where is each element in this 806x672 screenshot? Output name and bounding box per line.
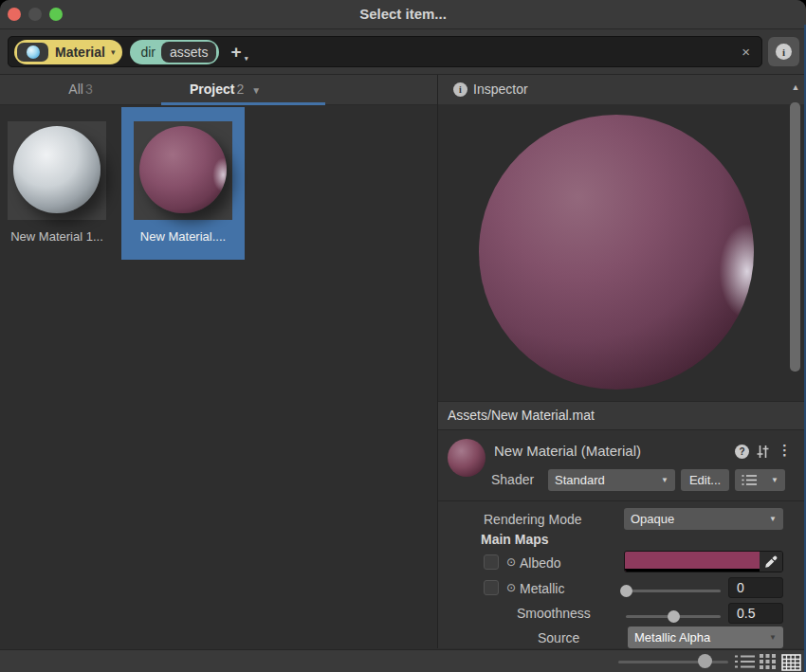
search-toolbar: Material ▾ dir assets + × i bbox=[0, 29, 806, 75]
albedo-color-swatch[interactable] bbox=[625, 552, 760, 572]
chevron-down-icon: ▼ bbox=[661, 476, 669, 484]
search-input[interactable]: Material ▾ dir assets + × bbox=[8, 36, 762, 67]
add-filter-button[interactable]: + bbox=[230, 43, 241, 61]
asset-tile-new-material-1[interactable] bbox=[8, 121, 106, 220]
shader-dropdown[interactable]: Standard ▼ bbox=[548, 469, 675, 491]
inspector-info-icon: i bbox=[453, 82, 467, 97]
metallic-slider-thumb[interactable] bbox=[620, 585, 632, 597]
material-preview-sphere bbox=[479, 115, 754, 390]
albedo-label: Albedo bbox=[520, 555, 561, 571]
filter-dir-chip[interactable]: dir assets bbox=[130, 40, 219, 64]
filter-type-label: Material bbox=[55, 45, 105, 60]
chevron-down-icon: ▼ bbox=[771, 476, 779, 484]
inspector-header: i Inspector bbox=[438, 75, 806, 105]
smoothness-label: Smoothness bbox=[517, 606, 591, 621]
asset-grid: New Material 1... New Material.... bbox=[0, 105, 437, 648]
list-icon bbox=[742, 474, 757, 486]
material-sphere-icon bbox=[27, 45, 40, 59]
material-preview-maroon-sphere bbox=[139, 126, 227, 213]
material-sphere-thumb-icon bbox=[448, 439, 485, 477]
clear-search-icon[interactable]: × bbox=[742, 44, 750, 61]
albedo-color-field[interactable] bbox=[624, 551, 783, 572]
dir-filter-valuebox: assets bbox=[161, 42, 216, 63]
material-type-iconbox bbox=[17, 43, 48, 62]
source-label: Source bbox=[538, 630, 579, 645]
rendering-mode-value: Opaque bbox=[631, 512, 674, 526]
shader-label: Shader bbox=[491, 472, 534, 487]
select-item-window: Select item... Material ▾ dir assets + ×… bbox=[0, 0, 806, 672]
info-icon: i bbox=[776, 44, 792, 60]
tabbar: All3 Project2▼ bbox=[0, 75, 437, 105]
asset-path-bar: Assets/New Material.mat bbox=[438, 402, 806, 430]
help-icon[interactable]: ? bbox=[735, 445, 749, 459]
dir-filter-value: assets bbox=[170, 45, 208, 60]
tab-all[interactable]: All3 bbox=[47, 82, 114, 97]
smoothness-value-field[interactable]: 0.5 bbox=[728, 603, 783, 624]
inspector-title: Inspector bbox=[473, 82, 528, 97]
tab-project-label: Project bbox=[190, 82, 234, 97]
presets-icon[interactable] bbox=[756, 445, 770, 463]
dir-filter-key: dir bbox=[140, 45, 156, 60]
tab-project-count: 2 bbox=[236, 82, 244, 97]
list-view-icon[interactable] bbox=[734, 654, 756, 672]
metallic-target-icon[interactable]: ⊙ bbox=[506, 581, 516, 594]
asset-tile-label-selected: New Material.... bbox=[121, 229, 245, 244]
thumbnail-size-slider-thumb[interactable] bbox=[698, 654, 712, 668]
scrollbar-thumb[interactable] bbox=[790, 102, 800, 372]
metallic-value-field[interactable]: 0 bbox=[728, 577, 783, 598]
metallic-texture-checkbox[interactable] bbox=[484, 580, 499, 595]
main-maps-heading: Main Maps bbox=[481, 532, 549, 547]
metallic-slider[interactable] bbox=[626, 590, 721, 592]
window-title: Select item... bbox=[0, 6, 806, 22]
eyedropper-icon[interactable] bbox=[760, 552, 782, 572]
albedo-texture-checkbox[interactable] bbox=[484, 554, 499, 570]
edit-shader-button[interactable]: Edit... bbox=[681, 469, 729, 491]
metallic-label: Metallic bbox=[520, 581, 564, 596]
chevron-down-icon: ▼ bbox=[769, 515, 777, 523]
chevron-down-icon: ▾ bbox=[111, 47, 116, 57]
material-properties: Rendering Mode Opaque ▼ Main Maps ⊙ Albe… bbox=[438, 501, 806, 648]
tab-project[interactable]: Project2▼ bbox=[166, 82, 284, 97]
rendering-mode-dropdown[interactable]: Opaque ▼ bbox=[624, 508, 783, 530]
filter-type-chip[interactable]: Material ▾ bbox=[14, 40, 122, 64]
tab-all-count: 3 bbox=[85, 82, 93, 97]
source-value: Metallic Alpha bbox=[634, 630, 710, 645]
asset-tile-label: New Material 1... bbox=[0, 229, 114, 244]
shader-value: Standard bbox=[555, 473, 605, 487]
chevron-down-icon: ▼ bbox=[769, 633, 777, 642]
asset-tile-new-material[interactable] bbox=[134, 121, 232, 220]
more-options-icon[interactable]: ⋮ bbox=[778, 442, 792, 459]
scroll-up-icon[interactable]: ▲ bbox=[790, 82, 801, 92]
rendering-mode-label: Rendering Mode bbox=[484, 512, 582, 527]
material-title: New Material (Material) bbox=[494, 443, 641, 459]
albedo-target-icon[interactable]: ⊙ bbox=[506, 555, 516, 569]
chevron-down-icon[interactable]: ▼ bbox=[251, 85, 261, 96]
info-button[interactable]: i bbox=[768, 37, 799, 66]
material-header: New Material (Material) ? ⋮ Shader Stand… bbox=[438, 430, 806, 501]
source-dropdown[interactable]: Metallic Alpha ▼ bbox=[628, 627, 783, 648]
asset-path: Assets/New Material.mat bbox=[448, 408, 595, 423]
tab-all-label: All bbox=[68, 82, 83, 97]
dense-grid-view-icon[interactable] bbox=[781, 654, 801, 672]
grid-view-icon[interactable] bbox=[760, 654, 777, 672]
material-preview-panel[interactable] bbox=[438, 104, 806, 402]
material-menu-dropdown[interactable]: ▼ bbox=[735, 469, 785, 491]
bottom-statusbar bbox=[0, 649, 806, 672]
material-preview-gray-sphere bbox=[13, 126, 101, 213]
smoothness-slider-thumb[interactable] bbox=[668, 610, 680, 623]
titlebar: Select item... bbox=[0, 0, 806, 29]
